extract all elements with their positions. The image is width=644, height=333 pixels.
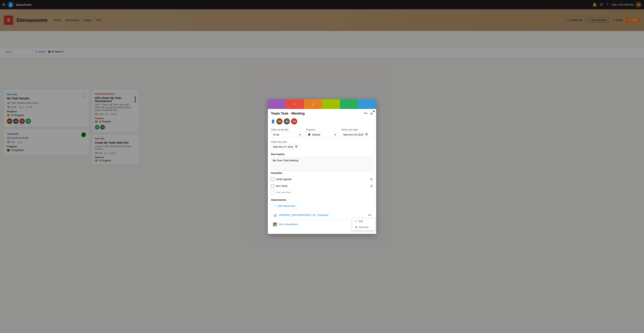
more-options-icon[interactable]: ••• (364, 111, 368, 116)
attachment-name[interactable]: 20190920_GROUNDFORCE_BY_Final.pptx (279, 214, 366, 216)
bucket-label: Select an Bucket (271, 128, 303, 131)
modal-title: Team Task - Meeting (271, 112, 304, 116)
pptx-icon: 📊 (273, 213, 277, 217)
checklist-item-label: Item Teste (276, 184, 368, 187)
progress-select[interactable]: Started ▾ (306, 132, 338, 137)
add-item-row: Add new Item (271, 190, 373, 195)
progress-label: Progress (306, 128, 338, 131)
description-textarea[interactable]: My Team Task Meeting (271, 157, 373, 171)
color-strip-teal[interactable] (340, 99, 358, 109)
checklist-item: Verify Agenda 🗑 (271, 176, 373, 183)
add-item-checkbox (271, 191, 274, 194)
due-date-label: Select due date (271, 141, 373, 143)
delete-icon[interactable]: 🗑 (370, 178, 373, 181)
checklist-item-label: Verify Agenda (276, 178, 368, 181)
edit-icon: ✏ (355, 220, 357, 223)
modal-body: Select an Bucket To do ▾ Progress Starte… (268, 126, 376, 234)
description-section: Description My Team Task Meeting (271, 153, 373, 172)
start-date-picker[interactable]: Wed Nov 20 2019 📅 (341, 132, 373, 137)
due-date-picker[interactable]: Wed Nov 27 2019 📅 (271, 144, 300, 150)
modal-avatar[interactable]: JM (284, 118, 290, 125)
modal-avatar[interactable]: TM (291, 118, 297, 125)
attachments-section: Attachments ＋ Add Attachment 📊 20190920_… (271, 198, 373, 228)
modal-title-row: Team Task - Meeting ••• ✕ (268, 109, 376, 117)
checklist-checkbox[interactable] (271, 184, 274, 188)
start-date-field: Select start date Wed Nov 20 2019 📅 (341, 128, 373, 137)
sharepoint-icon (273, 222, 277, 227)
svg-rect-4 (273, 224, 275, 226)
svg-rect-5 (275, 224, 277, 226)
checklist-item: Item Teste 🗑 (271, 183, 373, 190)
bucket-field: Select an Bucket To do ▾ (271, 128, 303, 137)
context-remove[interactable]: 🗑 Remove (352, 224, 375, 230)
attachment-item: 📊 20190920_GROUNDFORCE_BY_Final.pptx •••… (271, 211, 373, 219)
context-edit[interactable]: ✏ Edit (352, 218, 375, 224)
svg-rect-3 (275, 222, 277, 224)
modal: ✓ ✓ Team Task - Meeting ••• ✕ 👤 RM JM TM (268, 99, 376, 234)
checklist-section: Checklist Verify Agenda 🗑 Item Teste 🗑 A… (271, 172, 373, 195)
attachments-label: Attachments (271, 198, 373, 201)
modal-color-strip: ✓ ✓ (268, 99, 376, 109)
close-icon[interactable]: ✕ (370, 111, 373, 116)
color-strip-yellow[interactable] (322, 99, 340, 109)
remove-icon: 🗑 (355, 226, 358, 229)
modal-row-1: Select an Bucket To do ▾ Progress Starte… (271, 128, 373, 137)
add-attachment-button[interactable]: ＋ Add Attachment (271, 203, 298, 209)
color-strip-orange[interactable]: ✓ (304, 99, 322, 109)
modal-assignees: 👤 RM JM TM (268, 117, 376, 126)
color-strip-blue[interactable] (358, 99, 376, 109)
red-dot (373, 111, 375, 112)
modal-overlay[interactable]: ✓ ✓ Team Task - Meeting ••• ✕ 👤 RM JM TM (0, 0, 644, 333)
due-date-row: Select due date Wed Nov 27 2019 📅 (271, 141, 373, 150)
checklist-checkbox[interactable] (271, 178, 274, 181)
description-label: Description (271, 153, 373, 156)
progress-field: Progress Started ▾ (306, 128, 338, 137)
add-item-placeholder[interactable]: Add new Item (276, 191, 373, 194)
modal-avatar[interactable]: RM (276, 118, 282, 125)
checklist-label: Checklist (271, 172, 373, 174)
assign-icon[interactable]: 👤 (271, 119, 275, 124)
color-strip-red[interactable]: ✓ (286, 99, 304, 109)
delete-icon[interactable]: 🗑 (370, 184, 373, 188)
bucket-select[interactable]: To do ▾ (271, 132, 303, 137)
context-menu: ✏ Edit 🗑 Remove (352, 218, 375, 230)
start-date-label: Select start date (341, 128, 373, 131)
color-strip-purple[interactable] (268, 99, 286, 109)
attachment-menu-button[interactable]: ••• ✏ Edit 🗑 Remove (368, 213, 371, 217)
svg-rect-2 (273, 222, 275, 224)
